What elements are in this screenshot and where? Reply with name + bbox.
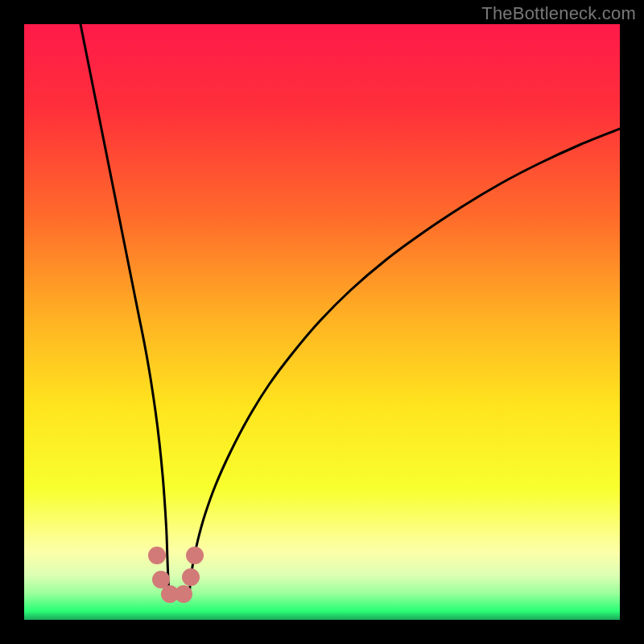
marker-point — [182, 568, 200, 586]
marker-point — [148, 547, 166, 564]
gradient-background — [24, 24, 620, 620]
marker-point — [186, 547, 204, 564]
chart-frame: TheBottleneck.com — [0, 0, 644, 644]
watermark-text: TheBottleneck.com — [481, 3, 636, 24]
marker-point — [175, 585, 192, 603]
chart-svg — [24, 24, 620, 620]
plot-area — [24, 24, 620, 620]
